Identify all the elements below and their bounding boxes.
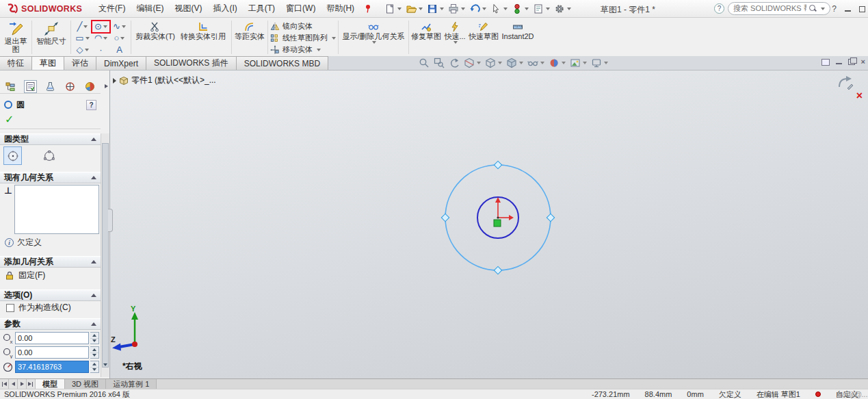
smart-dimension-button[interactable]: 智能尺寸 — [34, 20, 68, 45]
section-circle-type[interactable]: 圆类型 — [0, 133, 101, 145]
menu-file[interactable]: 文件(F) — [93, 1, 131, 16]
move-entities-button[interactable]: 移动实体 — [270, 44, 336, 55]
construction-checkbox[interactable] — [6, 304, 14, 312]
convert-entities-button[interactable]: 转换实体引用 — [177, 20, 229, 41]
display-manager-tab-icon[interactable] — [83, 80, 96, 93]
tab-scroll-next-button[interactable] — [18, 379, 27, 389]
view-orientation-icon[interactable] — [485, 57, 502, 68]
quick-snaps-button[interactable]: 快速... — [441, 20, 469, 44]
linear-pattern-button[interactable]: 线性草图阵列 — [270, 33, 336, 43]
hide-show-items-icon[interactable] — [527, 57, 544, 68]
open-icon[interactable] — [404, 3, 424, 15]
text-tool[interactable]: A — [111, 44, 128, 55]
tab-addins[interactable]: SOLIDWORKS 插件 — [146, 56, 237, 70]
zoom-fit-icon[interactable] — [419, 57, 430, 68]
circle-center-point[interactable] — [497, 216, 499, 218]
dimxpert-manager-tab-icon[interactable] — [64, 80, 77, 93]
perimeter-circle-button[interactable] — [40, 146, 58, 165]
radius-input[interactable]: 37.41618763 — [15, 361, 89, 373]
doc-restore-icon[interactable] — [848, 59, 855, 65]
exit-sketch-corner-icon[interactable] — [837, 75, 854, 92]
help-icon[interactable]: ? — [714, 3, 724, 14]
section-view-icon[interactable] — [464, 57, 481, 68]
menu-edit[interactable]: 编辑(E) — [131, 1, 169, 16]
select-icon[interactable] — [489, 3, 509, 15]
edit-appearance-icon[interactable] — [549, 57, 566, 68]
pin-menu-icon[interactable] — [364, 4, 372, 14]
rapid-sketch-button[interactable]: 快速草图 — [469, 20, 499, 41]
motion-study-tab[interactable]: 运动算例 1 — [106, 379, 157, 389]
panel-scrollbar[interactable] — [101, 133, 109, 377]
print-icon[interactable] — [447, 3, 466, 15]
cancel-sketch-icon[interactable]: × — [856, 90, 863, 101]
existing-relations-listbox[interactable] — [14, 185, 99, 234]
exit-sketch-button[interactable]: 退出草图 — [2, 20, 29, 53]
mirror-entities-button[interactable]: 镜向实体 — [270, 21, 336, 31]
menu-view[interactable]: 视图(V) — [169, 1, 207, 16]
menu-insert[interactable]: 插入(I) — [207, 1, 242, 16]
section-options[interactable]: 选项(O) — [0, 289, 101, 301]
doc-minimize-icon[interactable] — [836, 60, 842, 64]
options-gear-icon[interactable] — [553, 3, 573, 15]
sw-help-icon[interactable]: ? — [832, 4, 837, 14]
trim-entities-button[interactable]: 剪裁实体(T) — [133, 20, 177, 41]
property-manager-tab-icon[interactable] — [24, 80, 37, 93]
repair-sketch-button[interactable]: 修复草图 — [411, 20, 441, 41]
menu-help[interactable]: 帮助(H) — [321, 1, 360, 16]
point-tool[interactable]: · — [92, 44, 109, 55]
search-icon[interactable] — [809, 5, 817, 12]
display-style-icon[interactable] — [506, 57, 523, 68]
search-input[interactable]: 搜索 SOLIDWORKS 帮助 — [733, 3, 806, 14]
panel-scrollbar-thumb[interactable] — [102, 143, 109, 368]
section-existing-relations[interactable]: 现有几何关系 — [0, 172, 101, 183]
menu-window[interactable]: 窗口(W) — [280, 1, 321, 16]
status-customize[interactable]: 自定义 — [836, 389, 858, 399]
3d-views-tab[interactable]: 3D 视图 — [65, 379, 106, 389]
arc-tool[interactable]: ◠ — [92, 33, 109, 44]
rectangle-tool[interactable]: ▭ — [74, 33, 91, 44]
line-tool[interactable]: ╱ — [74, 21, 91, 32]
tab-evaluate[interactable]: 评估 — [64, 56, 96, 70]
center-x-spinner[interactable] — [90, 332, 99, 344]
panel-splitter-grip[interactable] — [108, 209, 113, 232]
file-properties-icon[interactable] — [531, 3, 551, 15]
save-icon[interactable] — [425, 3, 445, 15]
offset-entities-button[interactable]: 等距实体 — [234, 20, 265, 41]
graphics-viewport[interactable]: 零件1 (默认<<默认>_... Y — [110, 70, 868, 378]
ellipse-tool[interactable]: ○ — [111, 33, 128, 44]
section-add-relations[interactable]: 添加几何关系 — [0, 256, 101, 268]
ok-button[interactable]: ✓ — [5, 113, 14, 126]
circle-tool[interactable]: ⊙ — [92, 21, 109, 32]
doc-close-icon[interactable]: × — [861, 58, 865, 66]
view-settings-icon[interactable] — [591, 57, 608, 68]
tab-scroll-last-button[interactable] — [27, 379, 36, 389]
tab-sketch[interactable]: 草图 — [31, 56, 64, 70]
center-circle-button[interactable] — [3, 146, 22, 165]
previous-view-icon[interactable] — [449, 57, 460, 68]
minimize-icon[interactable] — [845, 6, 851, 12]
sketch-canvas[interactable] — [110, 70, 868, 378]
tab-mbd[interactable]: SOLIDWORKS MBD — [236, 56, 328, 70]
search-box[interactable]: 搜索 SOLIDWORKS 帮助 — [728, 2, 830, 15]
new-document-icon[interactable] — [383, 3, 403, 15]
feature-manager-tab-icon[interactable] — [4, 80, 17, 93]
instant2d-button[interactable]: Instant2D — [499, 20, 537, 41]
menu-tools[interactable]: 工具(T) — [243, 1, 280, 16]
undo-icon[interactable] — [468, 3, 488, 15]
tab-scroll-first-button[interactable] — [0, 379, 9, 389]
manager-tabs-overflow-icon[interactable] — [105, 84, 108, 88]
center-y-input[interactable]: 0.00 — [15, 346, 89, 359]
zoom-area-icon[interactable] — [434, 57, 445, 68]
center-y-spinner[interactable] — [90, 346, 99, 359]
tab-scroll-prev-button[interactable] — [9, 379, 18, 389]
spline-tool[interactable]: ∿ — [111, 21, 128, 32]
apply-scene-icon[interactable] — [570, 57, 587, 68]
configuration-manager-tab-icon[interactable] — [44, 80, 57, 93]
section-parameters[interactable]: 参数 — [0, 318, 101, 330]
model-tab[interactable]: 模型 — [36, 379, 65, 389]
search-dropdown-icon[interactable] — [821, 8, 825, 10]
radius-spinner[interactable] — [90, 361, 99, 373]
maximize-icon[interactable] — [859, 6, 865, 12]
selected-center-point[interactable] — [494, 220, 501, 227]
center-x-input[interactable]: 0.00 — [15, 332, 89, 344]
